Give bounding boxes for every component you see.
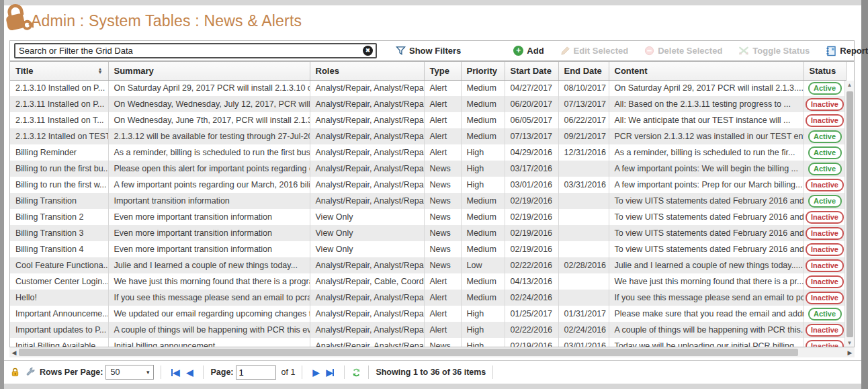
cell-status: Inactive bbox=[804, 96, 846, 112]
table-row[interactable]: Important updates to P... A couple of th… bbox=[10, 322, 846, 338]
funnel-icon bbox=[396, 46, 406, 56]
column-header-title[interactable]: Title ▲▼ bbox=[10, 62, 108, 80]
scroll-down-icon[interactable]: ▼ bbox=[847, 339, 853, 347]
cell-summary: If you see this message please send an e… bbox=[108, 290, 310, 306]
cell-end-date bbox=[558, 225, 609, 241]
cell-type: Alert bbox=[424, 273, 461, 290]
report-label: Report bbox=[840, 46, 868, 56]
column-header-start-date[interactable]: Start Date bbox=[505, 62, 558, 80]
cell-content: To view UITS statements dated February 2… bbox=[609, 193, 804, 209]
cell-title: Billing Transition 2 bbox=[10, 209, 108, 225]
status-badge: Active bbox=[808, 163, 842, 175]
table-row[interactable]: Cool Feature Functiona... Julie and I le… bbox=[10, 257, 846, 273]
table-row[interactable]: Billing to run the first bu... Please op… bbox=[10, 161, 846, 177]
footer-separator bbox=[344, 365, 345, 379]
cell-summary: We updated our email regarding upcoming … bbox=[108, 306, 310, 322]
cell-summary: Please open this alert for important poi… bbox=[108, 161, 310, 177]
clear-search-icon[interactable]: ✖ bbox=[363, 46, 373, 56]
add-button[interactable]: + Add bbox=[509, 46, 548, 56]
cell-type: Alert bbox=[424, 112, 461, 128]
cell-end-date bbox=[558, 241, 609, 257]
lock-icon[interactable] bbox=[11, 368, 19, 377]
previous-page-button[interactable]: ◀ bbox=[186, 368, 193, 378]
search-input[interactable] bbox=[14, 43, 377, 58]
cell-summary: On Wednesday, June 7th, 2017, PCR will i… bbox=[108, 112, 310, 128]
column-header-status[interactable]: Status bbox=[804, 62, 846, 80]
cell-title: Important Announceme... bbox=[10, 306, 108, 322]
last-page-button[interactable]: ▶ bbox=[326, 368, 334, 378]
report-button[interactable]: Report ▾ bbox=[822, 46, 868, 56]
table-row[interactable]: Initial Billing Available Initial billin… bbox=[10, 338, 846, 347]
cell-start-date: 06/05/2017 bbox=[505, 112, 558, 128]
cell-title: Customer Center Login... bbox=[10, 273, 108, 290]
cell-priority: High bbox=[461, 161, 505, 177]
cell-start-date: 02/19/2016 bbox=[505, 338, 558, 347]
table-row[interactable]: 2.1.3.12 Intalled on TEST 2.1.3.12 will … bbox=[10, 128, 846, 144]
cell-priority: High bbox=[461, 144, 505, 161]
cell-start-date: 07/13/2017 bbox=[505, 128, 558, 144]
status-badge: Inactive bbox=[806, 211, 844, 224]
table-row[interactable]: 2.1.3.11 Installed on P... On Wednesday,… bbox=[10, 96, 846, 112]
cell-priority: Low bbox=[461, 257, 505, 273]
cell-type: Alert bbox=[424, 306, 461, 322]
scroll-right-icon[interactable]: ▶ bbox=[845, 349, 855, 356]
cell-title: 2.1.3.11 Installed on P... bbox=[10, 96, 108, 112]
cell-priority: High bbox=[461, 177, 505, 193]
edit-selected-button[interactable]: Edit Selected bbox=[556, 46, 633, 56]
table-row[interactable]: 2.1.3.10 Installed on P... On Saturday A… bbox=[10, 80, 846, 96]
wrench-icon[interactable] bbox=[26, 368, 36, 377]
column-header-end-date[interactable]: End Date bbox=[558, 62, 609, 80]
cell-end-date: 08/10/2017 bbox=[558, 80, 609, 96]
toggle-status-button[interactable]: Toggle Status bbox=[734, 46, 814, 56]
cell-content: On Saturday April 29, 2017 PCR will inst… bbox=[609, 80, 804, 96]
sort-icon[interactable]: ▲▼ bbox=[98, 67, 103, 74]
table-row[interactable]: Important Announceme... We updated our e… bbox=[10, 306, 846, 322]
cell-start-date: 04/27/2017 bbox=[505, 80, 558, 96]
column-header-type[interactable]: Type bbox=[424, 62, 461, 80]
refresh-icon[interactable] bbox=[351, 368, 361, 378]
status-badge: Active bbox=[808, 308, 842, 320]
table-row[interactable]: Billing Transition 2 Even more important… bbox=[10, 209, 846, 225]
scroll-up-icon[interactable]: ▲ bbox=[847, 81, 853, 90]
table-row[interactable]: Hello! If you see this message please se… bbox=[10, 290, 846, 306]
rows-per-page-select[interactable]: 50 ▾ bbox=[105, 365, 154, 380]
horizontal-scrollbar-thumb[interactable] bbox=[19, 349, 798, 356]
status-badge: Active bbox=[808, 195, 842, 208]
table-row[interactable]: Billing to run the first w... A few impo… bbox=[10, 177, 846, 193]
status-badge: Inactive bbox=[806, 340, 844, 348]
column-header-summary[interactable]: Summary bbox=[108, 62, 310, 80]
toggle-arrows-icon bbox=[738, 46, 749, 56]
table-row[interactable]: Billing Transition 4 Even more important… bbox=[10, 241, 846, 257]
minus-circle-icon bbox=[644, 46, 654, 56]
cell-start-date: 03/01/2016 bbox=[505, 177, 558, 193]
cell-content: To view UITS statements dated February 2… bbox=[609, 225, 804, 241]
page: Admin : System Tables : News & Alerts ✖ … bbox=[4, 5, 861, 384]
edit-selected-label: Edit Selected bbox=[574, 46, 629, 56]
cell-priority: Medium bbox=[461, 209, 505, 225]
table-row[interactable]: Billing Transition Important transition … bbox=[10, 193, 846, 209]
cell-priority: Medium bbox=[461, 273, 505, 290]
vertical-scrollbar-thumb[interactable] bbox=[847, 91, 853, 337]
cell-end-date: 02/28/2016 bbox=[558, 257, 609, 273]
table-row[interactable]: Billing Transition 3 Even more important… bbox=[10, 225, 846, 241]
table-row[interactable]: Customer Center Login... We have just th… bbox=[10, 273, 846, 290]
cell-type: Alert bbox=[424, 80, 461, 96]
cell-summary: Initial billing announcement bbox=[108, 338, 310, 347]
footer-separator bbox=[368, 365, 369, 379]
first-page-button[interactable]: ◀ bbox=[171, 368, 179, 378]
column-header-content[interactable]: Content bbox=[609, 62, 804, 80]
table-row[interactable]: 2.1.3.11 Installed on T... On Wednesday,… bbox=[10, 112, 846, 128]
cell-roles: Analyst/Repair, Analyst/Repai... bbox=[310, 193, 424, 209]
delete-selected-button[interactable]: Delete Selected bbox=[640, 46, 726, 56]
cell-type: Alert bbox=[424, 322, 461, 338]
column-header-roles[interactable]: Roles bbox=[310, 62, 424, 80]
cell-status: Active bbox=[804, 80, 846, 96]
page-number-input[interactable] bbox=[236, 365, 276, 380]
show-filters-button[interactable]: Show Filters bbox=[392, 46, 465, 56]
table-row[interactable]: Billing Reminder As a reminder, billing … bbox=[10, 144, 846, 161]
next-page-button[interactable]: ▶ bbox=[312, 368, 319, 378]
cell-type: News bbox=[424, 241, 461, 257]
scroll-left-icon[interactable]: ◀ bbox=[9, 349, 19, 356]
column-header-priority[interactable]: Priority bbox=[461, 62, 505, 80]
cell-end-date bbox=[558, 161, 609, 177]
